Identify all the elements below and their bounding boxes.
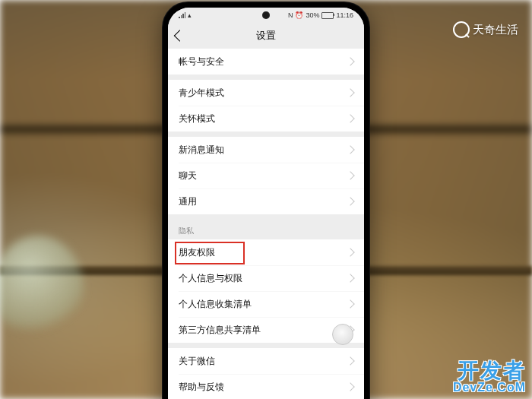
phone-screen: ▴ N ⏰ 30% 11:16 设置 帐号与安全青少年模式关怀模式新消息通知聊天…	[168, 8, 364, 399]
chevron-right-icon	[346, 248, 354, 256]
watermark-tianqi: 天奇生活	[453, 21, 518, 38]
settings-row[interactable]: 帐号与安全	[168, 49, 364, 74]
settings-row-label: 个人信息收集清单	[179, 298, 252, 311]
status-time: 11:16	[336, 11, 353, 19]
navigation-header: 设置	[168, 23, 364, 49]
chevron-right-icon	[346, 114, 354, 122]
settings-group: 帐号与安全	[168, 49, 364, 74]
settings-list[interactable]: 帐号与安全青少年模式关怀模式新消息通知聊天通用隐私朋友权限个人信息与权限个人信息…	[168, 49, 364, 399]
chevron-right-icon	[346, 356, 354, 365]
settings-row-label: 帐号与安全	[179, 55, 224, 68]
chevron-right-icon	[346, 88, 354, 97]
settings-row-label: 关怀模式	[179, 112, 215, 125]
settings-row-label: 青少年模式	[179, 87, 224, 100]
settings-row[interactable]: 关怀模式	[168, 106, 364, 131]
watermark-tianqi-text: 天奇生活	[473, 23, 518, 37]
settings-row[interactable]: 关于微信	[168, 348, 364, 374]
settings-row-label: 关于微信	[179, 355, 215, 368]
section-title-privacy: 隐私	[168, 220, 364, 239]
assistive-touch-button[interactable]	[332, 324, 353, 345]
watermark-devze: 开发者 DevZe.CoM	[453, 359, 526, 394]
watermark-devze-en: DevZe.CoM	[453, 382, 526, 394]
cellular-signal-icon	[179, 12, 185, 18]
phone-frame: ▴ N ⏰ 30% 11:16 设置 帐号与安全青少年模式关怀模式新消息通知聊天…	[162, 2, 370, 399]
wifi-icon: ▴	[188, 11, 192, 19]
front-camera	[262, 11, 270, 19]
battery-percent: 30%	[306, 11, 319, 19]
tianqi-logo-icon	[453, 21, 470, 38]
settings-row[interactable]: 聊天	[168, 163, 364, 188]
page-title: 设置	[256, 29, 276, 43]
nfc-icon: N	[288, 11, 293, 19]
settings-row[interactable]: 帮助与反馈	[168, 374, 364, 399]
watermark-devze-cn: 开发者	[453, 359, 526, 382]
battery-icon	[321, 12, 334, 19]
settings-group: 新消息通知聊天通用	[168, 137, 364, 214]
settings-row[interactable]: 新消息通知	[168, 137, 364, 163]
settings-row-label: 帮助与反馈	[179, 381, 224, 394]
settings-group: 关于微信帮助与反馈	[168, 348, 364, 399]
alarm-icon: ⏰	[295, 11, 303, 19]
chevron-right-icon	[346, 197, 354, 205]
settings-row[interactable]: 朋友权限	[168, 239, 364, 265]
chevron-right-icon	[346, 57, 354, 65]
chevron-right-icon	[346, 171, 354, 179]
chevron-right-icon	[346, 299, 354, 308]
settings-row-label: 通用	[179, 195, 197, 208]
chevron-right-icon	[346, 274, 354, 282]
settings-row[interactable]: 通用	[168, 188, 364, 214]
settings-row-label: 个人信息与权限	[179, 272, 242, 285]
settings-row[interactable]: 青少年模式	[168, 80, 364, 106]
settings-row-label: 第三方信息共享清单	[179, 324, 261, 337]
settings-row[interactable]: 个人信息收集清单	[168, 291, 364, 317]
settings-row-label: 新消息通知	[179, 144, 224, 157]
chevron-right-icon	[346, 145, 354, 154]
settings-row-label: 聊天	[179, 169, 197, 182]
settings-row-label: 朋友权限	[179, 246, 215, 259]
chevron-right-icon	[346, 382, 354, 391]
back-icon[interactable]	[174, 30, 186, 42]
settings-group: 青少年模式关怀模式	[168, 80, 364, 131]
settings-row[interactable]: 个人信息与权限	[168, 265, 364, 291]
